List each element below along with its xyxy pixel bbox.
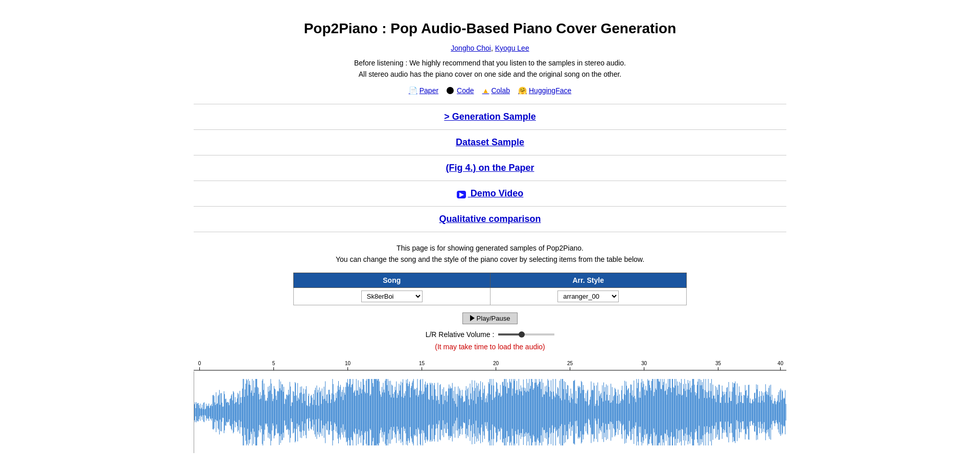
colab-icon: ▲ [482,86,489,95]
links-row: 📄 Paper Code ▲ Colab 🤗 HuggingFace [194,86,786,95]
svg-text:20: 20 [493,361,499,366]
subtitle-line2: All stereo audio has the piano cover on … [359,70,621,78]
selection-row: Sk8erBoi Song2 Song3 arranger_00 arrange… [294,287,687,305]
play-icon [470,315,475,321]
waveform-svg: // This won't run inside SVG, so we use … [194,371,786,453]
dataset-sample-link[interactable]: Dataset Sample [456,137,524,147]
section-demo-video[interactable]: ▶ Demo Video [194,181,786,207]
ruler-svg: 0 5 10 15 20 25 [194,358,786,371]
colab-label: Colab [491,86,510,95]
dataset-sample-label: Dataset Sample [456,137,524,147]
svg-text:35: 35 [715,361,721,366]
github-icon [447,87,454,94]
subtitle: Before listening : We highly recommend t… [194,57,786,80]
generation-section: This page is for showing generated sampl… [194,242,786,351]
song-cell: Sk8erBoi Song2 Song3 [294,287,491,305]
section-dataset-sample[interactable]: Dataset Sample [194,130,786,155]
selection-table: Song Arr. Style Sk8erBoi Song2 Song3 [293,273,687,305]
main-title: Pop2Piano : Pop Audio-Based Piano Cover … [194,20,786,37]
svg-text:25: 25 [567,361,573,366]
svg-text:15: 15 [419,361,425,366]
youtube-icon: ▶ [457,191,466,198]
authors-section: Jongho Choi, Kyogu Lee [194,44,786,52]
style-column-header: Arr. Style [490,273,687,287]
waveform-section: 0 5 10 15 20 25 [194,358,786,453]
play-pause-row: Play/Pause [194,312,786,324]
fig4-label: (Fig 4.) on the Paper [446,163,534,173]
paper-link[interactable]: 📄 Paper [409,86,438,95]
style-cell: arranger_00 arranger_01 arranger_02 [490,287,687,305]
waveform-area: // This won't run inside SVG, so we use … [194,371,786,453]
generation-sample-link[interactable]: > Generation Sample [444,111,536,122]
style-select[interactable]: arranger_00 arranger_01 arranger_02 [557,290,619,302]
demo-video-label: Demo Video [471,188,524,198]
loading-text: (It may take time to load the audio) [194,343,786,351]
generation-desc: This page is for showing generated sampl… [194,242,786,265]
sections-container: > Generation Sample Dataset Sample (Fig … [194,104,786,232]
fig4-link[interactable]: (Fig 4.) on the Paper [446,163,534,173]
section-fig4[interactable]: (Fig 4.) on the Paper [194,155,786,181]
huggingface-link[interactable]: 🤗 HuggingFace [518,86,571,95]
author-kyogu[interactable]: Kyogu Lee [495,44,529,52]
subtitle-line1: Before listening : We highly recommend t… [354,59,626,67]
qualitative-link[interactable]: Qualitative comparison [439,214,541,224]
song-select[interactable]: Sk8erBoi Song2 Song3 [361,290,423,302]
huggingface-icon: 🤗 [518,86,527,95]
svg-text:40: 40 [778,361,784,366]
generation-desc-line1: This page is for showing generated sampl… [396,244,584,252]
volume-label: L/R Relative Volume : [426,330,495,339]
volume-slider[interactable] [498,333,554,335]
section-generation-sample[interactable]: > Generation Sample [194,104,786,130]
volume-row: L/R Relative Volume : [194,330,786,339]
generation-sample-label: > Generation Sample [444,111,536,122]
qualitative-label: Qualitative comparison [439,214,541,224]
svg-text:30: 30 [641,361,647,366]
code-label: Code [457,86,474,95]
paper-label: Paper [419,86,438,95]
svg-text:0: 0 [198,361,201,366]
paper-icon: 📄 [409,86,417,95]
colab-link[interactable]: ▲ Colab [482,86,510,95]
song-column-header: Song [294,273,491,287]
generation-desc-line2: You can change the song and the style of… [336,255,644,263]
demo-video-link[interactable]: ▶ Demo Video [457,188,524,198]
ruler-container: 0 5 10 15 20 25 [194,358,786,371]
code-link[interactable]: Code [447,86,474,95]
huggingface-label: HuggingFace [529,86,571,95]
svg-text:10: 10 [345,361,351,366]
author-jongho[interactable]: Jongho Choi [451,44,491,52]
play-pause-button[interactable]: Play/Pause [462,312,518,324]
play-pause-label: Play/Pause [477,315,510,322]
svg-text:5: 5 [272,361,275,366]
section-qualitative[interactable]: Qualitative comparison [194,207,786,232]
